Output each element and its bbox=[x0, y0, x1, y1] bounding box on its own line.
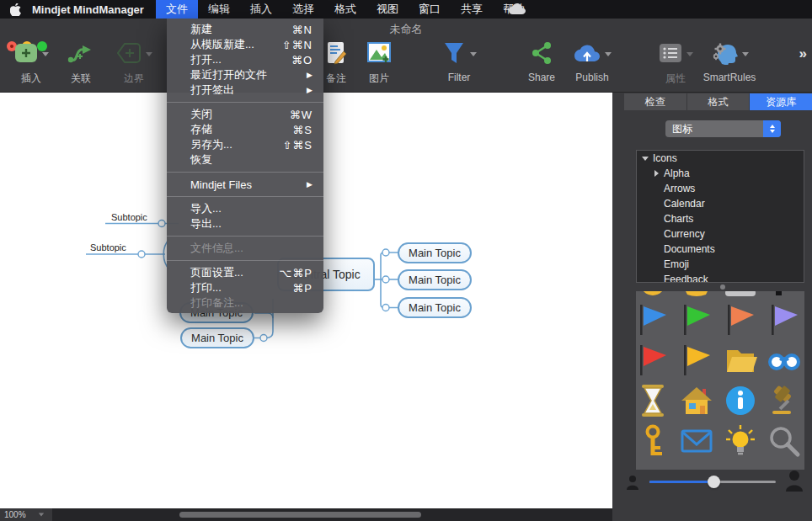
menu-separator bbox=[167, 172, 323, 173]
menubar-item-window[interactable]: 窗口 bbox=[409, 0, 451, 19]
menu-item-mindjet-files[interactable]: Mindjet Files▶ bbox=[167, 177, 323, 192]
tab-library[interactable]: 资源库 bbox=[750, 93, 812, 110]
menubar-item-select[interactable]: 选择 bbox=[282, 0, 324, 19]
boundary-dropdown-caret-icon[interactable] bbox=[146, 52, 152, 56]
app-name[interactable]: Mindjet MindManager bbox=[30, 0, 156, 19]
horizontal-scrollbar-thumb[interactable] bbox=[179, 512, 421, 518]
library-type-select[interactable]: 图标 bbox=[665, 120, 781, 137]
file-menu: 新建⌘N 从模版新建...⇧⌘N 打开...⌘O 最近打开的文件▶ 打开签出▶ … bbox=[167, 19, 323, 313]
yellow-flag-icon[interactable] bbox=[680, 343, 713, 377]
relationship-icon bbox=[67, 42, 94, 66]
tree-item-emoji[interactable]: Emoji bbox=[637, 257, 804, 272]
key-icon[interactable] bbox=[636, 424, 670, 458]
share-icon bbox=[530, 41, 553, 67]
menubar-item-file[interactable]: 文件 bbox=[156, 0, 198, 19]
menu-item-save-as[interactable]: 另存为...⇧⌘S bbox=[167, 137, 323, 152]
filter-button[interactable]: Filter bbox=[434, 40, 484, 83]
menu-item-open[interactable]: 打开...⌘O bbox=[167, 52, 323, 67]
relationship-label: 关联 bbox=[71, 72, 91, 86]
slider-thumb[interactable] bbox=[708, 476, 720, 488]
cloud-icon[interactable] bbox=[509, 3, 526, 17]
zoom-level-value: 100% bbox=[4, 510, 26, 519]
image-icon bbox=[367, 42, 391, 66]
publish-button[interactable]: Publish bbox=[566, 40, 618, 83]
red-flag-icon[interactable] bbox=[636, 343, 670, 377]
apple-icon[interactable] bbox=[0, 0, 30, 19]
tree-item-documents[interactable]: Documents bbox=[637, 242, 804, 257]
menubar-item-view[interactable]: 视图 bbox=[366, 0, 409, 19]
menu-item-import[interactable]: 导入... bbox=[167, 201, 323, 216]
panel-resize-grip[interactable] bbox=[720, 284, 725, 290]
main-topic[interactable]: Main Topic bbox=[398, 297, 472, 318]
folder-icon[interactable] bbox=[724, 343, 757, 377]
menu-item-new-from-template[interactable]: 从模版新建...⇧⌘N bbox=[167, 37, 323, 52]
icon-size-slider bbox=[612, 470, 812, 495]
main-topic[interactable]: Main Topic bbox=[398, 242, 472, 263]
properties-dropdown-caret-icon[interactable] bbox=[686, 52, 693, 56]
menubar-item-insert[interactable]: 插入 bbox=[240, 0, 282, 19]
tree-item-feedback[interactable]: Feedback bbox=[637, 272, 804, 283]
insert-dropdown-caret-icon[interactable] bbox=[42, 52, 49, 56]
main-topic[interactable]: Main Topic bbox=[398, 269, 472, 290]
toolbar: 未命名 插入 关联 bbox=[0, 19, 812, 93]
menu-item-export[interactable]: 导出... bbox=[167, 216, 323, 231]
expanded-arrow-icon[interactable] bbox=[642, 157, 649, 161]
menu-item-print[interactable]: 打印...⌘P bbox=[167, 280, 323, 295]
menu-item-open-checkout[interactable]: 打开签出▶ bbox=[167, 82, 323, 98]
orange-flag-icon[interactable] bbox=[724, 303, 757, 337]
filter-dropdown-caret-icon[interactable] bbox=[470, 52, 477, 56]
tree-item-currency[interactable]: Currency bbox=[637, 226, 804, 242]
magnifier-icon[interactable] bbox=[767, 424, 801, 458]
glasses-icon[interactable] bbox=[767, 343, 801, 377]
menubar-item-edit[interactable]: 编辑 bbox=[198, 0, 240, 19]
smartrules-button[interactable]: SmartRules bbox=[702, 40, 757, 83]
menu-item-close[interactable]: 关闭⌘W bbox=[167, 107, 323, 122]
publish-label: Publish bbox=[575, 72, 608, 83]
panel-tabs: 检查 格式 资源库 bbox=[624, 93, 812, 110]
hourglass-icon[interactable] bbox=[636, 384, 670, 417]
blue-flag-icon[interactable] bbox=[636, 303, 670, 337]
menu-item-new[interactable]: 新建⌘N bbox=[167, 22, 323, 37]
properties-button[interactable]: 属性 bbox=[650, 40, 701, 86]
menu-item-save[interactable]: 存储⌘S bbox=[167, 122, 323, 137]
boundary-button[interactable]: 边界 bbox=[108, 40, 160, 86]
menu-item-page-setup[interactable]: 页面设置...⌥⌘P bbox=[167, 265, 323, 280]
lightbulb-icon[interactable] bbox=[724, 424, 757, 458]
small-person-icon bbox=[626, 475, 639, 490]
tree-item-arrows[interactable]: Arrows bbox=[637, 181, 804, 196]
green-flag-icon[interactable] bbox=[680, 303, 713, 337]
gavel-icon[interactable] bbox=[767, 384, 801, 417]
info-icon[interactable] bbox=[724, 384, 757, 417]
menubar-item-format[interactable]: 格式 bbox=[324, 0, 366, 19]
partial-icon bbox=[724, 291, 757, 298]
insert-button[interactable]: 插入 bbox=[5, 40, 57, 86]
insert-plus-icon bbox=[14, 43, 38, 66]
tree-item-alpha[interactable]: Alpha bbox=[637, 166, 804, 181]
zoom-level-select[interactable]: 100% bbox=[0, 508, 52, 521]
main-topic[interactable]: Main Topic bbox=[180, 327, 254, 348]
subtopic-label[interactable]: Subtopic bbox=[111, 212, 147, 222]
subtopic-label[interactable]: Subtopic bbox=[90, 242, 126, 253]
tree-item-icons-root[interactable]: Icons bbox=[637, 151, 804, 166]
publish-dropdown-caret-icon[interactable] bbox=[605, 52, 612, 56]
menu-separator bbox=[167, 236, 323, 237]
collapsed-arrow-icon[interactable] bbox=[654, 170, 659, 177]
toolbar-overflow-button[interactable]: » bbox=[799, 45, 807, 62]
envelope-icon[interactable] bbox=[680, 424, 713, 458]
purple-flag-icon[interactable] bbox=[767, 303, 801, 337]
tab-format[interactable]: 格式 bbox=[687, 93, 751, 110]
menubar-item-share[interactable]: 共享 bbox=[451, 0, 493, 19]
relationship-button[interactable]: 关联 bbox=[61, 40, 101, 86]
share-button[interactable]: Share bbox=[521, 40, 562, 83]
house-icon[interactable] bbox=[680, 384, 713, 417]
tree-item-calendar[interactable]: Calendar bbox=[637, 196, 804, 211]
smartrules-dropdown-caret-icon[interactable] bbox=[742, 52, 749, 56]
tree-item-charts[interactable]: Charts bbox=[637, 211, 804, 226]
image-button[interactable]: 图片 bbox=[361, 40, 398, 86]
submenu-arrow-icon: ▶ bbox=[307, 180, 313, 189]
menu-item-open-recent[interactable]: 最近打开的文件▶ bbox=[167, 67, 323, 82]
select-stepper-icon[interactable] bbox=[763, 120, 781, 137]
filter-icon bbox=[442, 41, 466, 67]
menu-item-revert[interactable]: 恢复 bbox=[167, 152, 323, 167]
tab-inspect[interactable]: 检查 bbox=[624, 93, 687, 110]
